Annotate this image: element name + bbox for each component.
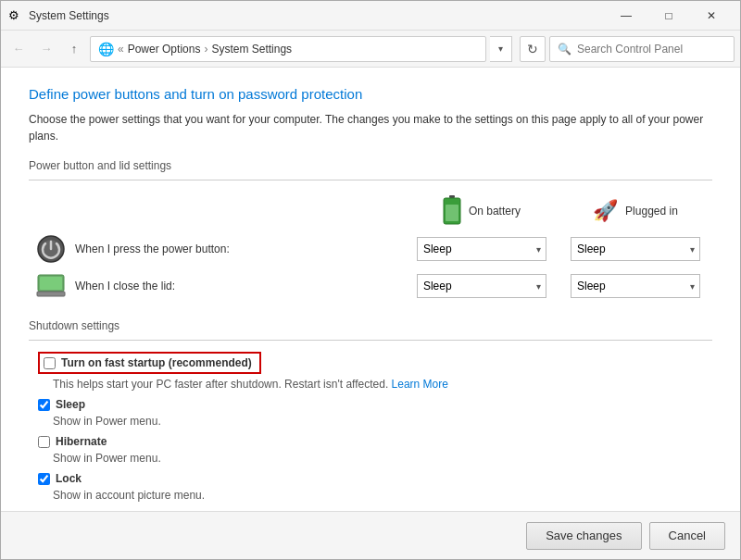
page-heading: Define power buttons and turn on passwor… bbox=[29, 86, 712, 102]
row2-battery-cell: Do nothing Sleep Hibernate Shut down ▾ bbox=[405, 268, 559, 305]
refresh-button[interactable]: ↻ bbox=[520, 36, 546, 62]
hibernate-row: Hibernate bbox=[38, 435, 712, 448]
fast-startup-row: Turn on fast startup (recommended) bbox=[38, 352, 712, 374]
row2-plugged-cell: Do nothing Sleep Hibernate Shut down ▾ bbox=[559, 268, 712, 305]
lock-label[interactable]: Lock bbox=[56, 472, 82, 485]
row2-battery-select[interactable]: Do nothing Sleep Hibernate Shut down bbox=[417, 274, 546, 298]
back-button[interactable]: ← bbox=[6, 37, 31, 61]
hibernate-checkbox[interactable] bbox=[38, 436, 50, 448]
row1-label-cell: When I press the power button: bbox=[29, 230, 405, 268]
section1-divider bbox=[29, 180, 712, 180]
sleep-desc: Show in Power menu. bbox=[53, 415, 712, 428]
row1-label: When I press the power button: bbox=[75, 243, 230, 255]
save-changes-button[interactable]: Save changes bbox=[526, 522, 641, 550]
svg-rect-7 bbox=[37, 292, 65, 296]
breadcrumb-arrow: › bbox=[204, 43, 207, 56]
learn-more-link[interactable]: Learn More bbox=[392, 378, 448, 391]
window-title: System Settings bbox=[29, 9, 605, 22]
hibernate-desc: Show in Power menu. bbox=[53, 452, 712, 465]
title-bar-controls: — □ ✕ bbox=[605, 1, 733, 31]
title-bar: ⚙ System Settings — □ ✕ bbox=[1, 1, 740, 31]
close-button[interactable]: ✕ bbox=[690, 1, 733, 31]
sleep-row: Sleep bbox=[38, 398, 712, 411]
footer: Save changes Cancel bbox=[1, 511, 740, 559]
lock-checkbox[interactable] bbox=[38, 473, 50, 485]
search-box[interactable]: 🔍 bbox=[549, 36, 735, 62]
forward-button[interactable]: → bbox=[34, 37, 58, 61]
search-input[interactable] bbox=[577, 43, 726, 56]
search-icon: 🔍 bbox=[558, 43, 571, 56]
sleep-checkbox[interactable] bbox=[38, 399, 50, 411]
settings-table: On battery 🚀 Plugged in bbox=[29, 192, 712, 305]
sleep-label[interactable]: Sleep bbox=[56, 398, 85, 411]
row1-battery-dropdown-wrapper[interactable]: Do nothing Sleep Hibernate Shut down ▾ bbox=[417, 237, 546, 261]
page-description: Choose the power settings that you want … bbox=[29, 111, 712, 144]
address-dropdown-button[interactable]: ▾ bbox=[490, 36, 512, 62]
col-header-plugged: 🚀 Plugged in bbox=[559, 192, 712, 230]
content-area: Define power buttons and turn on passwor… bbox=[1, 68, 740, 511]
lock-row: Lock bbox=[38, 472, 712, 485]
breadcrumb-separator-1: « bbox=[118, 43, 124, 56]
plug-icon: 🚀 bbox=[593, 199, 618, 223]
svg-rect-6 bbox=[40, 277, 62, 290]
main-window: ⚙ System Settings — □ ✕ ← → ↑ 🌐 « Power … bbox=[0, 0, 741, 560]
svg-rect-2 bbox=[446, 205, 458, 221]
cancel-button[interactable]: Cancel bbox=[649, 522, 725, 550]
dropdown-arrow-icon: ▾ bbox=[498, 44, 503, 54]
col-battery-label: On battery bbox=[469, 205, 521, 218]
section2-divider bbox=[29, 340, 712, 341]
table-row-lid: When I close the lid: Do nothing Sleep H… bbox=[29, 268, 712, 305]
lock-desc: Show in account picture menu. bbox=[53, 489, 712, 502]
battery-icon bbox=[443, 195, 461, 227]
row1-plugged-dropdown-wrapper[interactable]: Do nothing Sleep Hibernate Shut down ▾ bbox=[571, 237, 700, 261]
breadcrumb-power-options[interactable]: Power Options bbox=[128, 43, 201, 56]
breadcrumb-system-settings: System Settings bbox=[211, 43, 292, 56]
lid-close-icon bbox=[36, 271, 66, 301]
maximize-button[interactable]: □ bbox=[647, 1, 690, 31]
col-header-empty bbox=[29, 192, 405, 230]
up-button[interactable]: ↑ bbox=[62, 37, 86, 61]
section1-label: Power button and lid settings bbox=[29, 159, 712, 172]
row1-battery-cell: Do nothing Sleep Hibernate Shut down ▾ bbox=[405, 230, 559, 268]
row1-plugged-select[interactable]: Do nothing Sleep Hibernate Shut down bbox=[571, 237, 700, 261]
breadcrumb-icon: 🌐 bbox=[98, 42, 114, 56]
table-row-power: When I press the power button: Do nothin… bbox=[29, 230, 712, 268]
row2-label: When I close the lid: bbox=[75, 280, 175, 292]
minimize-button[interactable]: — bbox=[605, 1, 647, 31]
col-plugged-label: Plugged in bbox=[625, 205, 678, 218]
row1-plugged-cell: Do nothing Sleep Hibernate Shut down ▾ bbox=[559, 230, 712, 268]
fast-startup-checkbox[interactable] bbox=[44, 357, 56, 369]
row2-battery-dropdown-wrapper[interactable]: Do nothing Sleep Hibernate Shut down ▾ bbox=[417, 274, 546, 298]
row1-battery-select[interactable]: Do nothing Sleep Hibernate Shut down bbox=[417, 237, 546, 261]
refresh-icon: ↻ bbox=[527, 42, 538, 56]
row2-plugged-select[interactable]: Do nothing Sleep Hibernate Shut down bbox=[571, 274, 700, 298]
row2-label-cell: When I close the lid: bbox=[29, 268, 405, 305]
section2-label: Shutdown settings bbox=[29, 319, 712, 332]
window-icon: ⚙ bbox=[8, 8, 23, 23]
col-header-battery: On battery bbox=[405, 192, 559, 230]
hibernate-label[interactable]: Hibernate bbox=[56, 435, 107, 448]
power-button-icon bbox=[36, 234, 66, 264]
row2-plugged-dropdown-wrapper[interactable]: Do nothing Sleep Hibernate Shut down ▾ bbox=[571, 274, 700, 298]
fast-startup-label[interactable]: Turn on fast startup (recommended) bbox=[61, 356, 252, 369]
address-path[interactable]: 🌐 « Power Options › System Settings bbox=[90, 36, 486, 62]
fast-startup-desc: This helps start your PC faster after sh… bbox=[53, 378, 712, 391]
address-bar: ← → ↑ 🌐 « Power Options › System Setting… bbox=[1, 31, 740, 68]
